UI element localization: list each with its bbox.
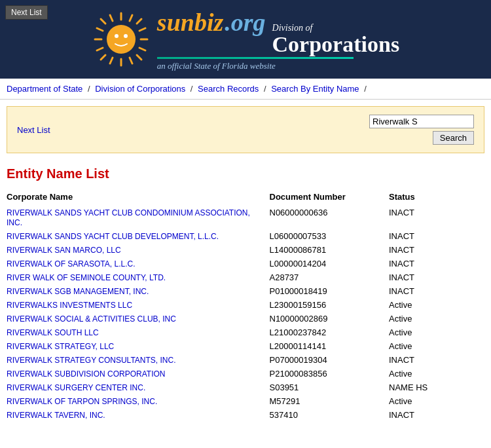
entity-name-link[interactable]: RIVERWALK TAVERN, INC. xyxy=(7,411,105,420)
table-row: RIVERWALK SGB MANAGEMENT, INC.P010000184… xyxy=(7,284,484,298)
svg-point-17 xyxy=(115,34,118,38)
svg-line-12 xyxy=(139,28,145,31)
breadcrumb-search-by-entity-name[interactable]: Search By Entity Name xyxy=(271,84,359,94)
document-number: P21000083856 xyxy=(270,367,390,381)
breadcrumb-dept-of-state[interactable]: Department of State xyxy=(7,84,82,94)
svg-line-7 xyxy=(101,55,105,60)
status: INACT xyxy=(389,229,484,243)
breadcrumb: Department of State / Division of Corpor… xyxy=(0,79,491,100)
next-list-link[interactable]: Next List xyxy=(17,125,50,135)
svg-point-18 xyxy=(124,34,128,38)
document-number: N06000000636 xyxy=(270,206,390,229)
sunbiz-label: sunbiz xyxy=(157,8,223,37)
search-button[interactable]: Search xyxy=(433,131,474,145)
svg-line-8 xyxy=(97,28,103,31)
logo-area: sunbiz .org Division of Corporations an … xyxy=(92,8,399,71)
document-number: L21000237842 xyxy=(270,326,390,339)
entity-name-link[interactable]: RIVER WALK OF SEMINOLE COUNTY, LTD. xyxy=(7,273,166,282)
entity-name-link[interactable]: RIVERWALK SANDS YACHT CLUB DEVELOPMENT, … xyxy=(7,232,219,241)
table-row: RIVER WALK OF SEMINOLE COUNTY, LTD.A2873… xyxy=(7,271,484,284)
svg-point-16 xyxy=(107,25,136,54)
col-corporate-name: Corporate Name xyxy=(7,189,270,206)
document-number: L23000159156 xyxy=(270,298,390,312)
document-number: P01000018419 xyxy=(270,284,390,298)
document-number: N10000002869 xyxy=(270,312,390,326)
document-number: A28737 xyxy=(270,271,390,284)
org-label: .org xyxy=(225,8,265,37)
table-row: RIVERWALKS INVESTMENTS LLCL23000159156Ac… xyxy=(7,298,484,312)
entity-name-link[interactable]: RIVERWALK STRATEGY CONSULTANTS, INC. xyxy=(7,356,176,365)
entity-name-link[interactable]: RIVERWALK OF SARASOTA, L.L.C. xyxy=(7,259,136,269)
document-number: M57291 xyxy=(270,394,390,408)
status: Active xyxy=(389,326,484,339)
breadcrumb-division-of-corps[interactable]: Division of Corporations xyxy=(95,84,185,94)
svg-line-6 xyxy=(137,19,141,24)
table-row: RIVERWALK SOUTH LLCL21000237842Active xyxy=(7,326,484,339)
entity-name-link[interactable]: RIVERWALK STRATEGY, LLC xyxy=(7,342,114,351)
table-row: RIVERWALK STRATEGY, LLCL20000114141Activ… xyxy=(7,339,484,353)
corporations-label: Corporations xyxy=(272,33,400,56)
entity-name-link[interactable]: RIVERWALK SGB MANAGEMENT, INC. xyxy=(7,287,149,296)
status: INACT xyxy=(389,271,484,284)
document-number: P07000019304 xyxy=(270,353,390,367)
status: INACT xyxy=(389,408,484,422)
entity-name-link[interactable]: RIVERWALKS INVESTMENTS LLC xyxy=(7,301,132,310)
table-row: RIVERWALK OF TARPON SPRINGS, INC.M57291A… xyxy=(7,394,484,408)
status: INACT xyxy=(389,284,484,298)
document-number: L00000014204 xyxy=(270,257,390,271)
main-content: Entity Name List Corporate Name Document… xyxy=(0,160,491,428)
table-row: RIVERWALK SURGERY CENTER INC.S03951NAME … xyxy=(7,381,484,394)
svg-line-4 xyxy=(101,19,105,24)
status: INACT xyxy=(389,243,484,257)
col-status: Status xyxy=(389,189,484,206)
status: INACT xyxy=(389,353,484,367)
svg-line-14 xyxy=(130,15,132,21)
status: INACT xyxy=(389,206,484,229)
table-row: RIVERWALK STRATEGY CONSULTANTS, INC.P070… xyxy=(7,353,484,367)
search-right: Search xyxy=(369,115,474,145)
entity-name-link[interactable]: RIVERWALK SOUTH LLC xyxy=(7,328,99,337)
site-title: sunbiz .org Division of Corporations an … xyxy=(157,8,399,71)
document-number: S03951 xyxy=(270,381,390,394)
table-row: RIVERWALK SAN MARCO, LLCL14000086781INAC… xyxy=(7,243,484,257)
status: Active xyxy=(389,394,484,408)
table-row: RIVERWALK SANDS YACHT CLUB DEVELOPMENT, … xyxy=(7,229,484,243)
table-row: RIVERWALK SUBDIVISION CORPORATIONP210000… xyxy=(7,367,484,381)
official-label: an official State of Florida website xyxy=(157,61,276,71)
status: Active xyxy=(389,298,484,312)
status: INACT xyxy=(389,257,484,271)
table-row: RIVERWALK OF SARASOTA, L.L.C.L0000001420… xyxy=(7,257,484,271)
entity-name-link[interactable]: RIVERWALK SURGERY CENTER INC. xyxy=(7,383,145,392)
entity-name-link[interactable]: RIVERWALK SAN MARCO, LLC xyxy=(7,246,121,255)
svg-line-5 xyxy=(137,55,141,60)
sunbiz-logo xyxy=(92,10,151,69)
svg-line-11 xyxy=(130,58,132,64)
document-number: L20000114141 xyxy=(270,339,390,353)
table-row: RIVERWALK TAVERN, INC.537410INACT xyxy=(7,408,484,422)
status: Active xyxy=(389,312,484,326)
status: NAME HS xyxy=(389,381,484,394)
svg-line-13 xyxy=(97,48,103,50)
entity-list-title: Entity Name List xyxy=(7,166,484,181)
svg-line-9 xyxy=(139,48,145,50)
entity-name-link[interactable]: RIVERWALK SUBDIVISION CORPORATION xyxy=(7,369,165,379)
entity-name-link[interactable]: RIVERWALK SOCIAL & ACTIVITIES CLUB, INC xyxy=(7,314,176,324)
status: Active xyxy=(389,339,484,353)
status: Active xyxy=(389,367,484,381)
table-row: RIVERWALK SOCIAL & ACTIVITIES CLUB, INCN… xyxy=(7,312,484,326)
breadcrumb-search-records[interactable]: Search Records xyxy=(198,84,259,94)
table-row: RIVERWALK SANDS YACHT CLUB CONDOMINIUM A… xyxy=(7,206,484,229)
search-input[interactable] xyxy=(369,115,474,128)
site-header: sunbiz .org Division of Corporations an … xyxy=(0,0,491,79)
entity-name-link[interactable]: RIVERWALK OF TARPON SPRINGS, INC. xyxy=(7,397,157,406)
document-number: 537410 xyxy=(270,408,390,422)
next-list-top-button[interactable]: Next List xyxy=(5,5,48,20)
svg-line-10 xyxy=(110,15,113,21)
document-number: L06000007533 xyxy=(270,229,390,243)
entity-name-link[interactable]: RIVERWALK SANDS YACHT CLUB CONDOMINIUM A… xyxy=(7,208,250,227)
entity-table: Corporate Name Document Number Status RI… xyxy=(7,189,484,422)
svg-line-15 xyxy=(110,58,113,64)
search-panel: Next List Search xyxy=(7,106,484,153)
document-number: L14000086781 xyxy=(270,243,390,257)
col-document-number: Document Number xyxy=(270,189,390,206)
